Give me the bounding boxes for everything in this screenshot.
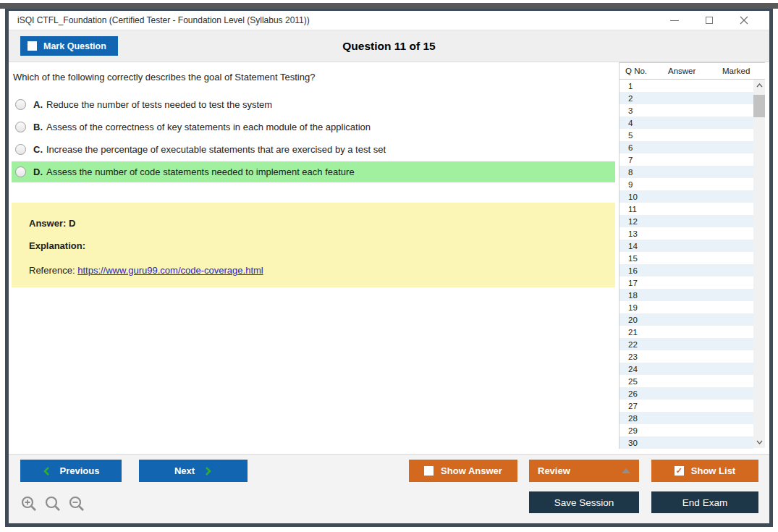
cell-q: 21 [628, 328, 665, 337]
table-row[interactable]: 12 [620, 215, 753, 227]
radio-icon[interactable] [15, 99, 26, 110]
cell-q: 29 [628, 426, 665, 435]
cell-q: 9 [628, 180, 665, 189]
cell-q: 14 [628, 242, 665, 250]
option-row-b[interactable]: B.Assess of the correctness of key state… [12, 117, 615, 138]
table-row[interactable]: 17 [620, 276, 753, 289]
table-row[interactable]: 15 [620, 252, 753, 264]
question-header-bar: Mark Question Question 11 of 15 [9, 30, 769, 62]
table-row[interactable]: 10 [620, 190, 753, 203]
table-row[interactable]: 18 [620, 289, 753, 301]
option-letter: C. [33, 144, 43, 155]
triangle-up-icon [622, 468, 630, 473]
cell-q: 6 [628, 143, 665, 152]
show-list-button[interactable]: Show List [651, 460, 758, 482]
table-row[interactable]: 9 [620, 178, 753, 190]
question-counter: Question 11 of 15 [9, 30, 769, 62]
zoom-tools [20, 495, 85, 512]
show-answer-button[interactable]: Show Answer [409, 460, 517, 482]
cell-q: 22 [628, 340, 665, 349]
radio-icon[interactable] [15, 166, 26, 177]
table-row[interactable]: 3 [620, 104, 753, 117]
cell-q: 26 [628, 389, 665, 398]
zoom-in-icon[interactable] [20, 495, 38, 512]
cell-q: 8 [628, 168, 665, 177]
table-row[interactable]: 19 [620, 301, 753, 313]
cell-q: 18 [628, 291, 665, 300]
reference-line: Reference: https://www.guru99.com/code-c… [29, 265, 608, 276]
cell-q: 15 [628, 254, 665, 263]
cell-q: 19 [628, 303, 665, 312]
table-row[interactable]: 22 [620, 338, 753, 350]
table-row[interactable]: 1 [620, 80, 753, 92]
option-row-a[interactable]: A.Reduce the number of tests needed to t… [12, 94, 615, 115]
table-row[interactable]: 28 [620, 412, 753, 424]
show-answer-checkbox[interactable] [424, 466, 434, 476]
option-text: Reduce the number of tests needed to tes… [46, 99, 272, 110]
table-row[interactable]: 14 [620, 240, 753, 252]
table-row[interactable]: 23 [620, 350, 753, 363]
show-list-checkbox[interactable] [675, 466, 684, 476]
zoom-out-icon[interactable] [68, 495, 85, 512]
end-exam-button[interactable]: End Exam [651, 491, 758, 513]
cell-q: 11 [628, 205, 665, 214]
cell-q: 28 [628, 414, 665, 423]
save-session-button[interactable]: Save Session [529, 491, 639, 513]
table-row[interactable]: 8 [620, 166, 753, 178]
answer-box: Answer: D Explanation: Reference: https:… [12, 203, 615, 287]
option-row-d[interactable]: D.Assess the number of code statements n… [12, 161, 615, 182]
maximize-icon[interactable] [704, 15, 714, 25]
table-row[interactable]: 30 [620, 436, 753, 449]
table-row[interactable]: 27 [620, 400, 753, 412]
table-row[interactable]: 24 [620, 363, 753, 375]
question-text: Which of the following correctly describ… [13, 72, 315, 83]
close-icon[interactable] [739, 15, 749, 25]
table-row[interactable]: 6 [620, 141, 753, 153]
scroll-up-icon[interactable] [753, 80, 765, 91]
option-row-c[interactable]: C.Increase the percentage of executable … [12, 139, 615, 160]
table-row[interactable]: 2 [620, 92, 753, 104]
option-letter: B. [33, 122, 43, 132]
table-row[interactable]: 4 [620, 117, 753, 129]
cell-q: 12 [628, 217, 665, 226]
table-row[interactable]: 20 [620, 313, 753, 326]
table-row[interactable]: 5 [620, 129, 753, 141]
table-row[interactable]: 11 [620, 203, 753, 215]
radio-icon[interactable] [15, 144, 26, 155]
scrollbar[interactable] [753, 80, 765, 448]
zoom-reset-icon[interactable] [44, 495, 62, 512]
save-session-label: Save Session [554, 497, 614, 508]
next-button[interactable]: Next [139, 460, 248, 482]
review-dropdown[interactable]: Review [529, 460, 639, 482]
mark-question-button[interactable]: Mark Question [20, 36, 118, 56]
cell-q: 24 [628, 365, 665, 373]
mark-question-checkbox[interactable] [28, 41, 37, 51]
cell-q: 23 [628, 352, 665, 361]
option-letter: A. [33, 99, 43, 110]
cell-q: 17 [628, 279, 665, 287]
title-bar: iSQI CTFL_Foundation (Certified Tester -… [9, 11, 769, 30]
table-row[interactable]: 7 [620, 153, 753, 166]
main-area: Which of the following correctly describ… [9, 62, 769, 454]
options-list: A.Reduce the number of tests needed to t… [12, 94, 615, 184]
option-text: Assess of the correctness of key stateme… [46, 122, 371, 132]
table-row[interactable]: 29 [620, 424, 753, 436]
question-rows: 1234567891011121314151617181920212223242… [620, 80, 753, 449]
cell-q: 4 [628, 119, 665, 127]
show-list-label: Show List [691, 465, 735, 476]
end-exam-label: End Exam [682, 497, 727, 508]
window-title: iSQI CTFL_Foundation (Certified Tester -… [17, 15, 310, 25]
scrollbar-thumb[interactable] [753, 95, 765, 117]
table-row[interactable]: 16 [620, 264, 753, 276]
reference-link[interactable]: https://www.guru99.com/code-coverage.htm… [77, 265, 263, 276]
chevron-right-icon [205, 466, 212, 476]
table-row[interactable]: 25 [620, 375, 753, 387]
previous-button[interactable]: Previous [20, 460, 122, 482]
table-row[interactable]: 13 [620, 227, 753, 240]
scroll-down-icon[interactable] [753, 436, 765, 448]
table-row[interactable]: 26 [620, 387, 753, 400]
radio-icon[interactable] [15, 122, 26, 132]
table-row[interactable]: 21 [620, 326, 753, 338]
chevron-left-icon [43, 466, 50, 476]
minimize-icon[interactable] [669, 15, 680, 25]
